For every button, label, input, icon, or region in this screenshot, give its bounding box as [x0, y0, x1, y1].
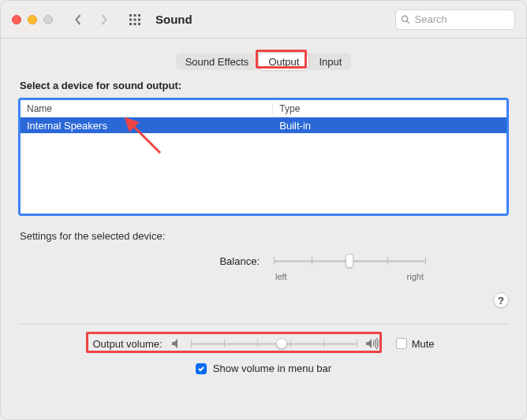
device-row[interactable]: Internal Speakers Built-in — [21, 117, 506, 133]
output-volume-section: Output volume: Mute — [1, 325, 526, 381]
search-icon — [401, 14, 410, 24]
window-controls — [12, 15, 53, 24]
column-header-name[interactable]: Name — [21, 103, 273, 114]
settings-for-device-label: Settings for the selected device: — [20, 230, 509, 242]
back-button[interactable] — [67, 10, 89, 29]
tab-sound-effects[interactable]: Sound Effects — [176, 53, 259, 70]
svg-rect-7 — [134, 23, 136, 25]
tab-input[interactable]: Input — [309, 53, 351, 70]
show-all-prefs-button[interactable] — [125, 10, 144, 29]
show-volume-label: Show volume in menu bar — [213, 362, 331, 374]
balance-label: Balance: — [102, 255, 260, 267]
volume-thumb[interactable] — [276, 338, 287, 349]
output-panel: Select a device for sound output: Name T… — [18, 80, 509, 281]
device-name: Internal Speakers — [21, 120, 273, 132]
mute-checkbox[interactable] — [396, 338, 407, 349]
device-list[interactable]: Name Type Internal Speakers Built-in — [18, 98, 509, 216]
svg-rect-2 — [138, 14, 140, 17]
column-header-type[interactable]: Type — [273, 103, 506, 114]
svg-rect-1 — [134, 14, 136, 17]
window-title: Sound — [155, 13, 192, 26]
search-input[interactable] — [413, 13, 510, 26]
balance-thumb[interactable] — [346, 254, 353, 268]
svg-rect-3 — [129, 18, 132, 20]
forward-button[interactable] — [92, 10, 114, 29]
balance-right-label: right — [407, 272, 424, 281]
volume-low-icon — [170, 338, 183, 349]
svg-rect-4 — [134, 18, 136, 20]
search-field[interactable] — [395, 9, 515, 30]
mute-label: Mute — [412, 338, 435, 350]
select-device-label: Select a device for sound output: — [18, 80, 509, 91]
balance-left-label: left — [275, 272, 287, 281]
volume-slider[interactable] — [191, 336, 357, 351]
svg-rect-6 — [129, 23, 132, 25]
balance-row: Balance: — [18, 253, 509, 269]
svg-point-9 — [402, 16, 407, 21]
help-button[interactable]: ? — [493, 292, 509, 308]
device-type: Built-in — [273, 120, 506, 132]
tab-output[interactable]: Output — [259, 53, 308, 70]
close-window-button[interactable] — [12, 15, 21, 24]
tabs: Sound Effects Output Input — [1, 39, 526, 80]
device-list-header: Name Type — [21, 100, 506, 117]
toolbar: Sound — [1, 1, 526, 39]
svg-rect-0 — [129, 14, 132, 17]
zoom-window-button[interactable] — [43, 15, 53, 24]
svg-rect-5 — [138, 18, 140, 20]
show-volume-checkbox[interactable] — [196, 363, 207, 374]
volume-high-icon — [364, 338, 380, 349]
svg-rect-8 — [138, 23, 140, 25]
minimize-window-button[interactable] — [28, 15, 37, 24]
balance-slider[interactable] — [274, 253, 425, 269]
output-volume-label: Output volume: — [92, 338, 162, 350]
